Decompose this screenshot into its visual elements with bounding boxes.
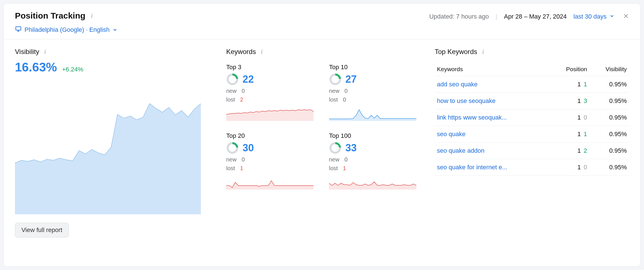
keywords-head: Keywords i — [226, 48, 418, 56]
visibility-title: Visibility — [15, 48, 39, 56]
keyword-link[interactable]: how to use seoquake — [437, 97, 496, 104]
keyword-block-label: Top 20 — [226, 132, 315, 140]
keyword-block-label: Top 100 — [329, 132, 418, 140]
header-right: Updated: 7 hours ago | Apr 28 – May 27, … — [429, 11, 629, 21]
donut-icon — [329, 73, 341, 86]
keyword-sparkline — [226, 107, 314, 121]
table-header-row: Keywords Position Visibility — [435, 62, 629, 76]
visibility-head: Visibility i — [15, 48, 209, 56]
table-row: how to use seoquake130.95% — [435, 93, 629, 109]
location-label: Philadelphia (Google) · English — [25, 26, 110, 33]
info-icon[interactable]: i — [43, 49, 48, 54]
keyword-link[interactable]: seo quake addon — [437, 147, 485, 154]
keyword-count-row: 33 — [329, 142, 418, 154]
keyword-link[interactable]: link https www seoquak... — [437, 114, 507, 121]
keyword-lost-row: lost0 — [329, 96, 418, 103]
keyword-sparkline — [329, 107, 416, 121]
info-icon[interactable]: i — [89, 13, 94, 18]
keyword-new-row: new0 — [226, 156, 315, 163]
keyword-block: Top 2030new0lost1 — [226, 132, 315, 190]
location-selector[interactable]: Philadelphia (Google) · English — [15, 26, 117, 34]
keyword-sparkline — [226, 176, 314, 190]
visibility-cell: 0.95% — [589, 126, 629, 143]
keyword-cell: seo quake for internet e... — [435, 159, 550, 176]
top-keywords-section: Top Keywords i Keywords Position Visibil… — [435, 48, 629, 214]
svg-rect-0 — [16, 27, 21, 30]
keyword-cell: seo quake — [435, 126, 550, 143]
visibility-chart — [15, 79, 201, 214]
keywords-grid: Top 322new0lost2Top 1027new0lost0Top 203… — [226, 64, 418, 190]
keyword-cell: seo quake addon — [435, 143, 550, 159]
keyword-count-row: 27 — [329, 73, 418, 86]
position-cell: 12 — [550, 143, 589, 159]
view-full-report-button[interactable]: View full report — [15, 223, 69, 237]
keyword-lost-row: lost1 — [329, 165, 418, 172]
col-visibility: Visibility — [589, 62, 629, 76]
visibility-cell: 0.95% — [589, 93, 629, 109]
keyword-lost-row: lost1 — [226, 165, 315, 172]
keyword-count: 27 — [345, 73, 357, 85]
col-position: Position — [550, 62, 589, 76]
keyword-new-row: new0 — [329, 88, 418, 94]
keyword-count: 33 — [345, 142, 357, 154]
visibility-cell: 0.95% — [589, 109, 629, 126]
info-icon[interactable]: i — [259, 49, 264, 54]
table-row: link https www seoquak...100.95% — [435, 109, 629, 126]
close-icon[interactable] — [621, 13, 629, 21]
donut-icon — [226, 142, 239, 154]
keyword-new-row: new0 — [329, 156, 418, 163]
keyword-count: 22 — [243, 73, 254, 85]
keyword-lost-row: lost2 — [226, 96, 315, 103]
top-keywords-table: Keywords Position Visibility add seo qua… — [435, 62, 629, 176]
updated-text: Updated: 7 hours ago — [429, 13, 489, 20]
top-keywords-head: Top Keywords i — [435, 48, 629, 56]
date-range: Apr 28 – May 27, 2024 — [504, 13, 567, 20]
visibility-cell: 0.95% — [589, 159, 629, 176]
position-cell: 10 — [550, 159, 589, 176]
keyword-new-row: new0 — [226, 88, 315, 94]
separator: | — [496, 13, 497, 20]
keyword-cell: add seo quake — [435, 76, 550, 93]
keyword-count-row: 22 — [226, 73, 315, 86]
keyword-cell: link https www seoquak... — [435, 109, 550, 126]
position-cell: 13 — [550, 93, 589, 109]
header-left: Position Tracking i Philadelphia (Google… — [15, 11, 117, 34]
keyword-block: Top 1027new0lost0 — [329, 64, 418, 121]
visibility-cell: 0.95% — [589, 76, 629, 93]
desktop-icon — [15, 26, 22, 34]
visibility-value: 16.63% — [15, 60, 57, 74]
visibility-cell: 0.95% — [589, 143, 629, 159]
chevron-down-icon — [112, 27, 117, 32]
position-cell: 10 — [550, 109, 589, 126]
top-keywords-title: Top Keywords — [435, 48, 477, 56]
period-dropdown[interactable]: last 30 days — [574, 13, 614, 20]
period-label: last 30 days — [574, 13, 607, 20]
keyword-block: Top 10033new0lost1 — [329, 132, 418, 190]
keyword-count-row: 30 — [226, 142, 315, 154]
page-title: Position Tracking — [15, 11, 85, 21]
donut-icon — [226, 73, 239, 86]
footer: View full report — [4, 223, 640, 246]
table-row: seo quake110.95% — [435, 126, 629, 143]
keyword-block: Top 322new0lost2 — [226, 64, 315, 121]
info-icon[interactable]: i — [481, 49, 486, 54]
keyword-block-label: Top 3 — [226, 64, 315, 71]
visibility-delta: +6.24% — [62, 66, 83, 73]
col-keywords: Keywords — [435, 62, 550, 76]
keywords-section: Keywords i Top 322new0lost2Top 1027new0l… — [226, 48, 418, 214]
table-row: seo quake addon120.95% — [435, 143, 629, 159]
keyword-block-label: Top 10 — [329, 64, 418, 71]
position-cell: 11 — [550, 76, 589, 93]
keyword-link[interactable]: seo quake — [437, 130, 466, 138]
keyword-link[interactable]: seo quake for internet e... — [437, 164, 507, 171]
body: Visibility i 16.63% +6.24% Keywords i To… — [4, 39, 640, 223]
title-row: Position Tracking i — [15, 11, 117, 21]
position-cell: 11 — [550, 126, 589, 143]
keyword-link[interactable]: add seo quake — [437, 81, 478, 88]
keyword-cell: how to use seoquake — [435, 93, 550, 109]
table-row: seo quake for internet e...100.95% — [435, 159, 629, 176]
position-tracking-card: Position Tracking i Philadelphia (Google… — [3, 3, 641, 267]
visibility-section: Visibility i 16.63% +6.24% — [15, 48, 209, 214]
chevron-down-icon — [609, 13, 614, 20]
table-row: add seo quake110.95% — [435, 76, 629, 93]
